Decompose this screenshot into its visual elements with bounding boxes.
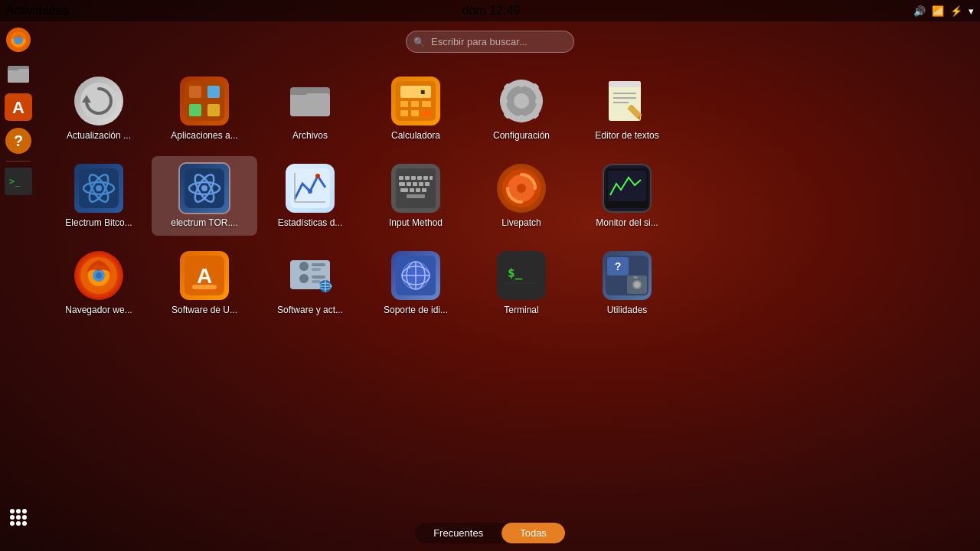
app-calculadora[interactable]: - ■ Calculadora xyxy=(363,69,469,148)
svg-point-12 xyxy=(10,509,15,514)
sidebar-item-files[interactable] xyxy=(3,58,34,89)
svg-text:>_: >_ xyxy=(9,176,21,187)
app-label: Soporte de idi... xyxy=(384,305,448,315)
svg-rect-83 xyxy=(413,182,417,186)
svg-rect-27 xyxy=(207,104,220,116)
app-soporte-idiomas[interactable]: Soporte de idi... xyxy=(363,243,469,323)
svg-rect-80 xyxy=(430,176,433,180)
app-navegador-web[interactable]: Navegador we... xyxy=(46,243,152,323)
estadisticas-icon xyxy=(286,164,335,213)
app-estadisticas[interactable]: Estadísticas d... xyxy=(257,156,363,236)
app-label: Terminal xyxy=(504,305,538,315)
terminal-icon: $_ xyxy=(497,251,546,300)
svg-rect-26 xyxy=(189,104,201,116)
archivos-icon xyxy=(286,77,335,126)
svg-rect-4 xyxy=(8,69,29,83)
app-aplicaciones[interactable]: Aplicaciones a... xyxy=(152,69,257,148)
svg-rect-24 xyxy=(189,86,201,98)
app-label: Aplicaciones a... xyxy=(171,130,237,141)
svg-rect-32 xyxy=(400,86,431,98)
svg-text:?: ? xyxy=(14,132,23,149)
actualizacion-icon xyxy=(74,77,123,126)
svg-rect-53 xyxy=(609,81,641,87)
svg-rect-39 xyxy=(411,110,419,116)
sidebar-item-firefox[interactable] xyxy=(3,24,34,55)
app-label: electrum TOR.... xyxy=(171,217,238,228)
svg-rect-84 xyxy=(419,182,423,186)
svg-rect-109 xyxy=(312,280,321,283)
tab-todas[interactable]: Todas xyxy=(501,523,565,543)
app-archivos[interactable]: Archivos xyxy=(257,69,363,148)
power-icon: ⚡ xyxy=(950,5,962,17)
svg-rect-29 xyxy=(290,93,330,116)
utilidades-icon: ? xyxy=(603,251,652,300)
app-label: Actualización ... xyxy=(67,130,131,141)
input-method-icon xyxy=(391,164,440,213)
svg-text:?: ? xyxy=(615,260,622,272)
app-livepatch[interactable]: Livepatch xyxy=(469,156,574,236)
svg-point-19 xyxy=(16,521,21,526)
svg-point-16 xyxy=(16,515,21,520)
svg-rect-108 xyxy=(312,276,325,279)
svg-text:A: A xyxy=(197,264,212,288)
svg-text:■: ■ xyxy=(420,87,425,96)
app-input-method[interactable]: Input Method xyxy=(363,156,469,236)
aplicaciones-icon xyxy=(180,77,229,126)
app-electrum-tor[interactable]: electrum TOR.... xyxy=(152,156,257,236)
app-actualizacion[interactable]: Actualización ... xyxy=(46,69,152,148)
editor-textos-icon xyxy=(603,77,652,126)
app-label: Configuración xyxy=(493,130,550,141)
app-software-ubuntu[interactable]: A Software de U... xyxy=(152,243,257,323)
svg-point-63 xyxy=(96,185,102,191)
show-apps-button[interactable] xyxy=(3,502,34,533)
livepatch-icon xyxy=(497,164,546,213)
svg-rect-76 xyxy=(405,176,410,180)
tab-frecuentes[interactable]: Frecuentes xyxy=(415,523,501,543)
sidebar-item-help[interactable]: ? xyxy=(3,126,34,156)
app-label: Editor de textos xyxy=(595,130,658,141)
svg-point-20 xyxy=(22,521,27,526)
app-monitor-sistema[interactable]: Monitor del si... xyxy=(574,156,680,236)
app-terminal[interactable]: $_ Terminal xyxy=(469,243,574,323)
svg-rect-82 xyxy=(407,182,411,186)
svg-point-13 xyxy=(16,509,21,514)
dock-divider xyxy=(6,161,31,161)
app-label: Navegador we... xyxy=(65,305,132,315)
software-actualizaciones-icon xyxy=(286,251,335,300)
search-input[interactable] xyxy=(406,31,574,53)
activities-label[interactable]: Actividades xyxy=(6,4,69,18)
app-label: Software de U... xyxy=(172,305,237,315)
app-label: Estadísticas d... xyxy=(278,217,343,228)
bottom-tabs: Frecuentes Todas xyxy=(415,523,565,543)
svg-rect-40 xyxy=(422,110,431,116)
app-row-2: Electrum Bitco... electrum TOR.... xyxy=(46,156,965,236)
app-software-actualizaciones[interactable]: Software y act... xyxy=(257,243,363,323)
svg-rect-25 xyxy=(207,86,220,98)
nav-firefox-icon xyxy=(74,251,123,300)
app-label: Utilidades xyxy=(607,305,648,315)
soporte-idiomas-icon xyxy=(391,251,440,300)
app-configuracion[interactable]: Configuración xyxy=(469,69,574,148)
app-label: Archivos xyxy=(292,130,328,141)
app-utilidades[interactable]: ? Utilidades xyxy=(574,243,680,323)
svg-rect-37 xyxy=(422,101,431,107)
svg-rect-105 xyxy=(312,263,325,266)
sidebar-item-terminal[interactable]: >_ xyxy=(3,166,34,197)
clock-label: dom 12:49 xyxy=(462,4,521,18)
sidebar-item-font[interactable]: A xyxy=(3,92,34,122)
settings-indicator[interactable]: ▾ xyxy=(969,5,974,17)
svg-point-104 xyxy=(299,262,309,271)
svg-rect-86 xyxy=(400,188,408,192)
calculadora-icon: - ■ xyxy=(391,77,440,126)
svg-rect-89 xyxy=(422,188,426,192)
volume-icon: 📶 xyxy=(932,5,944,17)
app-editor-textos[interactable]: Editor de textos xyxy=(574,69,680,148)
svg-rect-47 xyxy=(535,99,543,103)
svg-rect-90 xyxy=(407,194,425,198)
software-ubuntu-icon: A xyxy=(180,251,229,300)
sidebar-dock: A ? >_ xyxy=(0,21,37,551)
app-electrum-bitcoin[interactable]: Electrum Bitco... xyxy=(46,156,152,236)
app-label: Calculadora xyxy=(391,130,440,141)
app-label: Input Method xyxy=(389,217,443,228)
monitor-sistema-icon xyxy=(603,164,652,213)
